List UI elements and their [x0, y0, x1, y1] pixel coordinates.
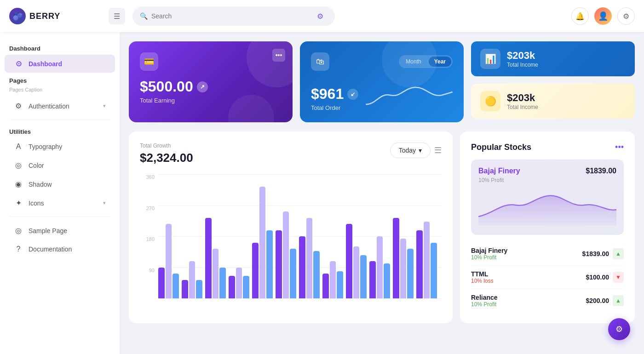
bar-blue [266, 230, 273, 299]
stock-list: Bajaj Finery 10% Profit $1839.00 ▲ TTML … [471, 242, 624, 312]
chart-header: Total Growth $2,324.00 Today ▾ ☰ [140, 143, 442, 165]
stocks-header: Popular Stocks ••• [471, 143, 624, 152]
filter-button[interactable]: ⚙ [313, 9, 328, 23]
chart-card: Total Growth $2,324.00 Today ▾ ☰ 360 [129, 131, 453, 323]
stock-item: Bajaj Finery 10% Profit $1839.00 ▲ [471, 242, 624, 266]
bar-purple [252, 243, 259, 299]
total-income-blue-card: 📊 $203k Total Income [471, 41, 635, 76]
chart-menu-button[interactable]: ☰ [434, 145, 442, 155]
sidebar-item-icons[interactable]: ✦ Icons ▾ [5, 194, 115, 212]
sidebar-section-utilities: Utilities [0, 125, 120, 137]
income-blue-label: Total Income [507, 62, 538, 68]
stock-item-right: $100.00 ▼ [586, 272, 624, 283]
month-toggle-button[interactable]: Month [400, 57, 426, 67]
notification-button[interactable]: 🔔 [571, 7, 589, 25]
income-yellow-amount: $203k [507, 92, 538, 104]
trend-up-arrow: ▲ [613, 295, 624, 306]
sidebar-label-dashboard: Dashboard [29, 60, 62, 68]
sample-page-icon: ◎ [14, 226, 23, 235]
income-blue-amount: $203k [507, 50, 538, 62]
order-card-label: Total Order [311, 104, 358, 111]
trend-up-arrow: ▲ [613, 248, 624, 259]
bar-purple [182, 280, 188, 299]
stock-item: Reliance 10% Profit $200.00 ▲ [471, 289, 624, 312]
grid-line-bottom [158, 298, 442, 299]
earning-card-label: Total Earning [140, 97, 282, 104]
search-bar: 🔍 ⚙ [132, 6, 335, 26]
bar-purple [205, 218, 212, 299]
bar-blue [219, 268, 226, 299]
top-cards-row: 💳 ••• $500.00 ↗ Total Earning 🛍 Month Ye… [129, 41, 635, 122]
stock-item-info: Reliance 10% Profit [471, 294, 498, 308]
typography-icon: A [14, 143, 23, 151]
chevron-down-icon-2: ▾ [103, 200, 106, 206]
docs-icon: ? [14, 245, 23, 253]
featured-stock-header: Bajaj Finery $1839.00 [478, 167, 616, 175]
income-yellow-info: $203k Total Income [507, 92, 538, 110]
stocks-menu-button[interactable]: ••• [615, 143, 624, 152]
bar-blue [360, 255, 367, 299]
search-icon: 🔍 [140, 12, 148, 20]
sidebar-item-color[interactable]: ◎ Color [5, 156, 115, 174]
fab-button[interactable]: ⚙ [608, 318, 630, 340]
bar-group [182, 174, 202, 298]
today-button[interactable]: Today ▾ [390, 143, 431, 158]
auth-icon: ⚙ [14, 102, 23, 110]
stock-item-right: $1839.00 ▲ [582, 248, 624, 259]
stocks-card: Popular Stocks ••• Bajaj Finery $1839.00… [460, 131, 635, 323]
sidebar: Dashboard ⊙ Dashboard Pages Pages Captio… [0, 32, 120, 354]
sidebar-label-icons: Icons [29, 200, 44, 207]
avatar[interactable]: 👤 [594, 7, 612, 25]
sidebar-item-dashboard[interactable]: ⊙ Dashboard [5, 55, 115, 73]
app-name: BERRY [29, 11, 60, 21]
sidebar-item-typography[interactable]: A Typography [5, 138, 115, 155]
bar-light-purple [400, 239, 407, 298]
bottom-row: Total Growth $2,324.00 Today ▾ ☰ 360 [129, 131, 635, 323]
bar-purple [158, 268, 165, 299]
sidebar-item-shadow[interactable]: ◉ Shadow [5, 175, 115, 193]
y-axis-labels: 360 270 180 90 [140, 174, 158, 298]
settings-button[interactable]: ⚙ [617, 7, 635, 25]
sidebar-label-color: Color [29, 162, 44, 169]
sidebar-item-authentication[interactable]: ⚙ Authentication ▾ [5, 97, 115, 115]
bar-purple [299, 236, 305, 298]
header: 🫐 BERRY ☰ 🔍 ⚙ 🔔 👤 ⚙ [0, 0, 644, 32]
income-yellow-icon: 🟡 [480, 91, 500, 111]
hamburger-button[interactable]: ☰ [109, 8, 125, 24]
year-toggle-button[interactable]: Year [429, 57, 451, 67]
chart-controls: Today ▾ ☰ [390, 143, 442, 158]
sidebar-section-pages: Pages [0, 74, 120, 86]
order-card-header: 🛍 Month Year [311, 52, 453, 71]
earning-card-menu-button[interactable]: ••• [272, 49, 285, 62]
featured-stock-chart [478, 189, 616, 226]
bar-chart-area: 360 270 180 90 [140, 174, 442, 312]
bar-group [205, 174, 226, 298]
bar-blue [196, 280, 202, 299]
bar-group [346, 174, 367, 298]
chart-title-label: Total Growth [140, 143, 193, 149]
sidebar-divider [9, 120, 110, 120]
bar-light-purple [236, 268, 242, 299]
stock-name: TTML [471, 270, 494, 278]
bar-light-purple [306, 218, 313, 299]
bar-light-purple [259, 187, 266, 298]
gear-icon: ⚙ [623, 12, 629, 21]
total-earning-card: 💳 ••• $500.00 ↗ Total Earning [129, 41, 293, 122]
bar-purple [229, 276, 235, 298]
search-input[interactable] [151, 12, 309, 20]
bar-blue [290, 249, 296, 298]
bar-group [252, 174, 273, 298]
stock-name: Bajaj Finery [471, 247, 507, 254]
sidebar-item-documentation[interactable]: ? Documentation [5, 240, 115, 258]
trend-up-badge: ↗ [197, 81, 208, 92]
sidebar-item-sample-page[interactable]: ◎ Sample Page [5, 222, 115, 240]
stock-price: $100.00 [586, 274, 609, 281]
stock-price: $200.00 [586, 297, 609, 304]
month-year-toggle: Month Year [399, 55, 453, 68]
stock-profit-label: 10% Profit [471, 254, 507, 261]
featured-stock-price: $1839.00 [586, 167, 616, 175]
income-yellow-label: Total Income [507, 104, 538, 110]
bar-group [369, 174, 390, 298]
y-label-270: 270 [146, 206, 155, 211]
bar-purple [416, 230, 423, 299]
